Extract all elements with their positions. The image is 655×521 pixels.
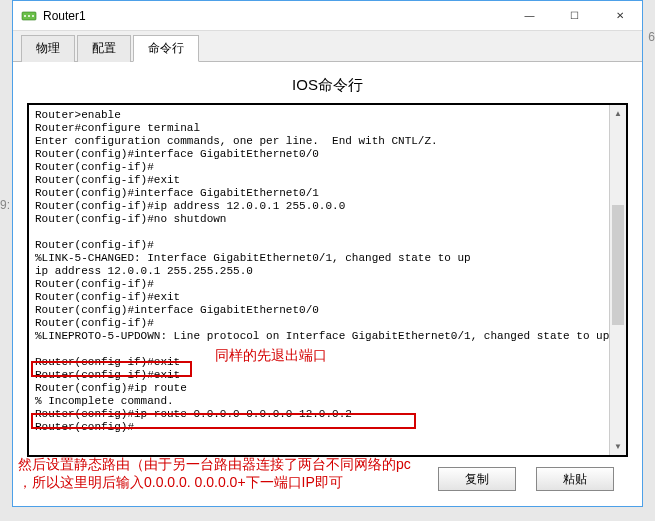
tab-bar: 物理 配置 命令行 [13,31,642,62]
panel-heading: IOS命令行 [27,70,628,103]
maximize-button[interactable]: ☐ [552,1,597,30]
scroll-down-icon[interactable]: ▼ [610,438,626,455]
tab-config[interactable]: 配置 [77,35,131,62]
title-bar[interactable]: Router1 — ☐ ✕ [13,1,642,31]
terminal-output[interactable]: Router>enable Router#configure terminal … [27,103,628,457]
svg-point-1 [24,15,26,17]
router-config-window: Router1 — ☐ ✕ 物理 配置 命令行 IOS命令行 Router>en… [12,0,643,507]
scroll-thumb[interactable] [612,205,624,325]
paste-button[interactable]: 粘贴 [536,467,614,491]
side-glyph-9: 9: [0,198,10,212]
button-row: 复制 粘贴 [27,457,628,491]
app-icon [21,8,37,24]
copy-button[interactable]: 复制 [438,467,516,491]
scroll-up-icon[interactable]: ▲ [610,105,626,122]
window-controls: — ☐ ✕ [507,1,642,30]
terminal-scrollbar[interactable]: ▲ ▼ [609,105,626,455]
terminal-text[interactable]: Router>enable Router#configure terminal … [35,109,620,434]
svg-point-3 [32,15,34,17]
tab-cli[interactable]: 命令行 [133,35,199,62]
content-area: IOS命令行 Router>enable Router#configure te… [13,62,642,501]
svg-point-2 [28,15,30,17]
minimize-button[interactable]: — [507,1,552,30]
close-button[interactable]: ✕ [597,1,642,30]
side-glyph-6: 6 [648,30,655,44]
tab-physical[interactable]: 物理 [21,35,75,62]
window-title: Router1 [43,9,507,23]
